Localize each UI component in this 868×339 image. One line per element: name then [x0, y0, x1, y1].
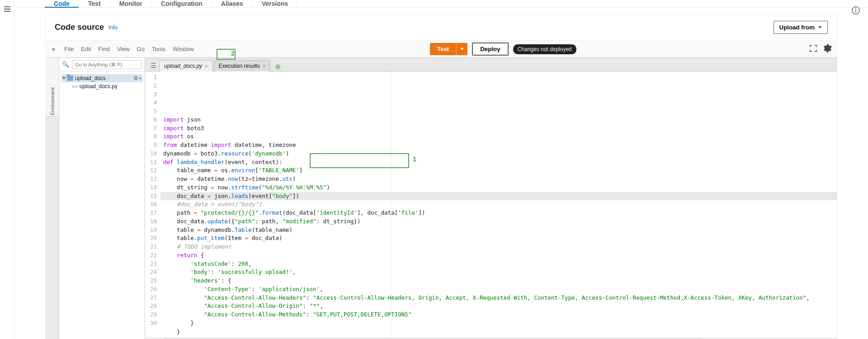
code-line[interactable]: #doc_data = event["body"]: [160, 200, 837, 209]
menu-window[interactable]: Window: [170, 46, 196, 52]
callout-2: 2: [231, 50, 235, 57]
menu-edit[interactable]: Edit: [78, 46, 94, 52]
code-line[interactable]: import boto3: [160, 124, 837, 133]
info-icon[interactable]: [852, 6, 860, 16]
code-line[interactable]: now = datetime.now(tz=timezone.utc): [160, 175, 837, 184]
close-icon[interactable]: ×: [263, 63, 265, 69]
folder-icon: [67, 75, 73, 81]
tab-monitor[interactable]: Monitor: [110, 0, 152, 7]
code-editor[interactable]: 1234567891011121314151617181920212223242…: [145, 71, 837, 338]
code-line[interactable]: table.put_item(Item = doc_data): [160, 234, 837, 243]
code-line[interactable]: "Access-Control-Allow-Methods": "GET,PUT…: [160, 311, 837, 319]
environment-label: Environment: [50, 87, 55, 115]
ide-menubar: ▾ FileEditFindViewGoToolsWindow Test Dep…: [46, 40, 837, 57]
info-link[interactable]: Info: [108, 24, 118, 31]
upload-from-label: Upload from: [779, 24, 815, 31]
editor-tab[interactable]: upload_docs.py×: [159, 60, 213, 71]
code-line[interactable]: table_name = os.environ['TABLE_NAME']: [160, 166, 837, 175]
menu-view[interactable]: View: [114, 46, 132, 52]
side-nav-toggle[interactable]: [0, 0, 14, 339]
panel-title: Code source: [55, 23, 104, 32]
chevron-down-icon: [818, 26, 822, 28]
callout-1: 1: [413, 155, 416, 164]
tab-code[interactable]: Code: [45, 0, 79, 7]
search-icon: 🔍: [62, 61, 69, 68]
code-line[interactable]: 'body': 'successfully upload!',: [160, 268, 837, 277]
tree-file-label: upload_docs.py: [80, 83, 118, 89]
code-line[interactable]: 'Content-Type': 'application/json',: [160, 285, 837, 294]
test-button[interactable]: Test: [430, 43, 456, 55]
svg-rect-2: [4, 11, 10, 12]
code-line[interactable]: path = "protected/{}/{}".format(doc_data…: [160, 209, 837, 217]
code-line[interactable]: }: [160, 319, 837, 328]
go-to-anything-input[interactable]: [72, 60, 142, 69]
code-line[interactable]: dt_string = now.strftime("%d/%m/%Y %H:%M…: [160, 184, 837, 192]
code-line[interactable]: dynamodb = boto3.resource('dynamodb'): [160, 150, 837, 158]
hamburger-icon: [4, 6, 10, 12]
menu-find[interactable]: Find: [95, 46, 112, 52]
code-line[interactable]: def lambda_handler(event, context):: [160, 158, 837, 167]
code-line[interactable]: table = dynamodb.Table(table_name): [160, 226, 837, 235]
settings-gear-icon[interactable]: [821, 43, 832, 55]
svg-point-5: [855, 8, 856, 9]
tab-versions[interactable]: Versions: [252, 0, 297, 7]
test-dropdown-button[interactable]: [456, 43, 467, 55]
new-tab-button[interactable]: ⊕: [271, 62, 284, 71]
tab-aliases[interactable]: Aliases: [212, 0, 253, 7]
editor-tab[interactable]: Execution results×: [214, 60, 271, 71]
tab-list-icon[interactable]: ☰: [148, 60, 159, 71]
top-tabs: CodeTestMonitorConfigurationAliasesVersi…: [14, 0, 868, 8]
code-line[interactable]: doc_data = json.loads(event["body"]): [160, 192, 837, 201]
upload-from-button[interactable]: Upload from: [774, 21, 828, 34]
code-line[interactable]: from datetime import datetime, timezone: [160, 141, 837, 150]
menu-go[interactable]: Go: [134, 46, 147, 52]
code-line[interactable]: 'headers': {: [160, 277, 837, 285]
menu-file[interactable]: File: [61, 46, 76, 52]
deploy-button[interactable]: Deploy: [472, 42, 508, 56]
tree-folder-row[interactable]: upload_docs / ⚙▾: [61, 74, 143, 82]
svg-rect-0: [4, 6, 10, 7]
file-icon: <>: [72, 84, 78, 89]
fullscreen-icon[interactable]: [810, 45, 817, 53]
close-icon[interactable]: ×: [205, 63, 208, 69]
code-line[interactable]: "Access-Control-Allow-Headers": "Access-…: [160, 294, 837, 302]
environment-sidebar[interactable]: Environment: [46, 58, 59, 339]
svg-rect-1: [4, 9, 10, 9]
editor-tab-label: upload_docs.py: [164, 63, 202, 69]
svg-rect-4: [855, 10, 856, 13]
menu-tools[interactable]: Tools: [149, 46, 168, 52]
code-line[interactable]: 'statusCode': 200,: [160, 260, 837, 268]
ruler-line: [391, 71, 392, 338]
line-gutter: 1234567891011121314151617181920212223242…: [145, 71, 160, 338]
collapse-tree-icon[interactable]: ▾: [50, 46, 57, 53]
tree-settings-icon[interactable]: ⚙▾: [133, 75, 141, 81]
chevron-down-icon: [62, 77, 66, 80]
code-line[interactable]: doc_data.update({"path": path, "modified…: [160, 217, 837, 226]
code-line[interactable]: import os: [160, 132, 837, 141]
tree-folder-label: upload_docs: [75, 75, 106, 81]
code-line[interactable]: }: [160, 328, 837, 336]
code-line[interactable]: # TODO implement: [160, 243, 837, 251]
editor-tab-label: Execution results: [219, 63, 260, 69]
chevron-down-icon: [460, 48, 464, 50]
changes-badge: Changes not deployed: [513, 44, 576, 54]
tab-test[interactable]: Test: [79, 0, 110, 7]
code-line[interactable]: return {: [160, 251, 837, 260]
code-line[interactable]: import json: [160, 116, 837, 124]
tab-configuration[interactable]: Configuration: [151, 0, 212, 7]
code-line[interactable]: "Access-Control-Allow-Origin": "*",: [160, 302, 837, 311]
tree-file-row[interactable]: <> upload_docs.py: [70, 82, 143, 90]
